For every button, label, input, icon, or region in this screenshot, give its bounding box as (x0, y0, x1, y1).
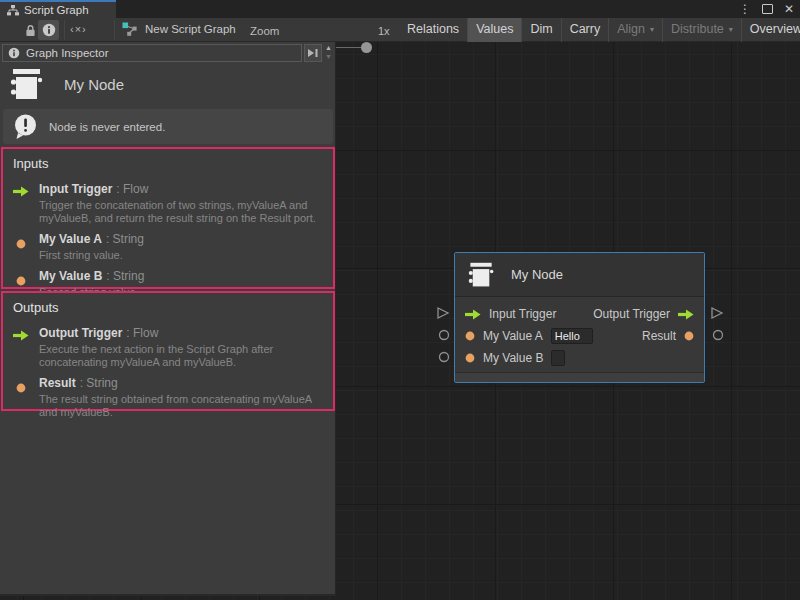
chevron-down-icon: ▾ (729, 25, 733, 34)
inspector-toggle-button[interactable] (38, 20, 59, 40)
inspector-title: Graph Inspector (26, 47, 108, 59)
section-title: Inputs (13, 156, 324, 171)
value-port-icon[interactable] (465, 353, 475, 363)
graph-breadcrumb[interactable]: New Script Graph (122, 22, 236, 36)
info-icon (8, 47, 20, 59)
toolbar: ‹×› New Script Graph Zoom 1x Relations V… (0, 18, 800, 42)
flow-port-icon[interactable] (465, 309, 481, 320)
warning-bubble-icon (12, 113, 39, 140)
port-row-result: Result: String The result string obtaine… (13, 376, 324, 419)
values-button[interactable]: Values (467, 18, 521, 42)
toolbar-separator (114, 20, 115, 40)
value-port-icon[interactable] (465, 331, 475, 341)
flow-port-icon (13, 326, 30, 369)
spinner-down-icon[interactable]: ▼ (325, 52, 332, 61)
carry-button[interactable]: Carry (561, 18, 609, 42)
distribute-button[interactable]: Distribute▾ (662, 18, 741, 42)
close-icon[interactable]: ✕ (784, 2, 794, 16)
port-description: First string value. (39, 249, 144, 262)
my-value-b-input[interactable] (551, 350, 565, 366)
overview-button[interactable]: Overview (741, 18, 800, 42)
toolbar-toggle-group: Relations Values Dim Carry Align▾ Distri… (399, 18, 800, 42)
outputs-section: Outputs Output Trigger: Flow Execute the… (1, 291, 335, 411)
result-label: Result (642, 329, 676, 343)
spinner-up-icon[interactable]: ▲ (325, 43, 332, 52)
node-row-value-a: My Value A Result (455, 325, 704, 347)
port-description: Execute the next action in the Script Gr… (39, 343, 324, 369)
node-header[interactable]: My Node (455, 253, 704, 297)
lock-icon (25, 24, 36, 37)
window-controls: ⋮ ✕ (739, 0, 794, 18)
inputs-section: Inputs Input Trigger: Flow Trigger the c… (1, 147, 335, 289)
unit-node-icon (468, 262, 498, 288)
graph-hierarchy-icon (7, 5, 19, 16)
flow-port-icon (13, 182, 30, 225)
external-value-input-port[interactable] (438, 351, 450, 363)
value-port-icon[interactable] (684, 331, 694, 341)
maximize-icon[interactable] (762, 4, 773, 14)
inspected-node-title: My Node (10, 68, 124, 101)
input-trigger-label: Input Trigger (489, 307, 556, 321)
port-description: The result string obtained from concaten… (39, 393, 324, 419)
external-value-input-port[interactable] (438, 329, 450, 341)
warning-text: Node is never entered. (49, 121, 165, 133)
zoom-slider-handle[interactable] (361, 42, 372, 53)
dock-sidebar-button[interactable] (304, 44, 322, 62)
dim-button[interactable]: Dim (521, 18, 560, 42)
tab-title: Script Graph (24, 4, 89, 16)
output-trigger-label: Output Trigger (593, 307, 670, 321)
panel-scroll-spinners[interactable]: ▲ ▼ (325, 43, 332, 61)
zoom-value: 1x (378, 25, 390, 37)
my-value-a-input[interactable] (551, 328, 593, 344)
graph-node-my-node[interactable]: My Node Input Trigger Output Trigger My … (454, 252, 705, 383)
my-value-b-label: My Value B (483, 351, 543, 365)
tab-script-graph[interactable]: Script Graph (0, 0, 116, 18)
node-row-triggers: Input Trigger Output Trigger (455, 303, 704, 325)
external-value-output-port[interactable] (712, 329, 724, 341)
warning-banner: Node is never entered. (3, 109, 333, 144)
window-menu-icon[interactable]: ⋮ (739, 2, 751, 16)
port-row-input-trigger: Input Trigger: Flow Trigger the concaten… (13, 182, 324, 225)
external-flow-output-port[interactable] (710, 306, 724, 320)
node-title-text: My Node (511, 267, 563, 282)
port-row-output-trigger: Output Trigger: Flow Execute the next ac… (13, 326, 324, 369)
chevron-down-icon: ▾ (650, 25, 654, 34)
tab-strip: Script Graph ⋮ ✕ (0, 0, 800, 18)
toolbar-separator (64, 20, 65, 40)
relations-button[interactable]: Relations (399, 18, 467, 42)
code-preview-button[interactable]: ‹×› (70, 23, 87, 35)
port-row-my-value-a: My Value A: String First string value. (13, 232, 324, 262)
section-title: Outputs (13, 300, 324, 315)
flow-port-icon[interactable] (678, 309, 694, 320)
node-body: Input Trigger Output Trigger My Value A … (455, 297, 704, 369)
node-row-value-b: My Value B (455, 347, 704, 369)
inspector-header[interactable]: Graph Inspector (2, 44, 302, 62)
unit-node-icon (10, 68, 48, 101)
zoom-label: Zoom (250, 25, 279, 37)
port-description: Trigger the concatenation of two strings… (39, 199, 324, 225)
value-port-icon (13, 232, 30, 262)
my-value-a-label: My Value A (483, 329, 543, 343)
lock-button[interactable] (25, 23, 36, 41)
node-footer (455, 372, 704, 382)
dock-right-icon (307, 48, 319, 58)
node-title-text: My Node (64, 76, 124, 93)
script-graph-icon (122, 22, 138, 36)
value-port-icon (13, 376, 30, 419)
graph-inspector-panel: Graph Inspector ▲ ▼ My Node Node is neve… (0, 42, 336, 596)
align-button[interactable]: Align▾ (608, 18, 662, 42)
external-flow-input-port[interactable] (436, 306, 450, 320)
info-icon (42, 23, 56, 37)
graph-name: New Script Graph (145, 23, 236, 35)
